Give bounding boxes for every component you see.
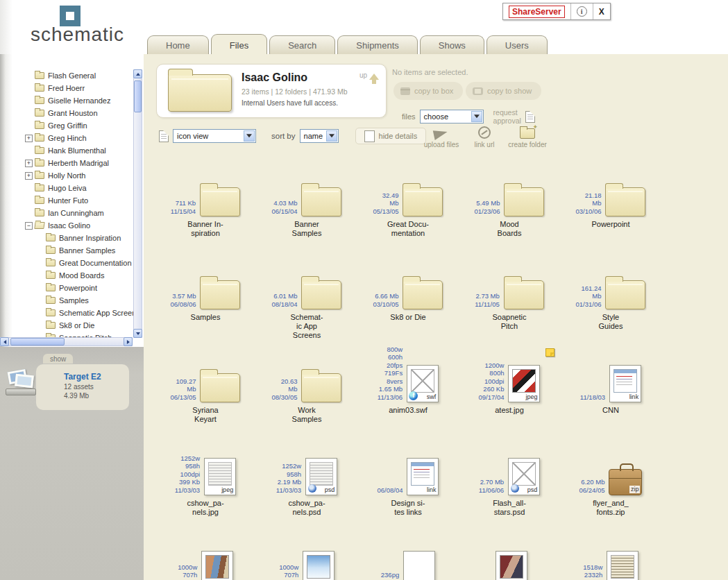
up-folder-button[interactable]: up <box>359 69 379 80</box>
file-cell[interactable]: 1518w 2332h 200dpi <box>560 544 661 580</box>
info-button[interactable]: i <box>571 3 593 19</box>
sidebar-item-samples[interactable]: Samples <box>0 294 134 307</box>
brand-label: ShareServer <box>509 6 565 18</box>
request-approval-button[interactable]: request approval <box>493 108 535 125</box>
file-cell[interactable]: 161.24 Mb 01/31/06Style Guides <box>560 265 661 358</box>
sidebar-item-holly-north[interactable]: +Holly North <box>0 169 134 182</box>
sidebar-item-powerpoint[interactable]: Powerpoint <box>0 282 134 294</box>
tab-files[interactable]: Files <box>211 34 267 54</box>
sidebar-item-sk8-or-die[interactable]: Sk8 or Die <box>0 319 134 332</box>
view-page-icon <box>159 130 169 142</box>
grid-row: 1000w 707h 100dpi1000w 707h 100dpi236pg … <box>155 544 663 580</box>
view-mode-select[interactable]: icon view <box>173 129 256 143</box>
scroll-down-arrow[interactable] <box>133 329 142 338</box>
file-cell[interactable]: 32.49 Mb 05/13/05Great Docu- mentation <box>357 172 459 265</box>
collapse-minus-icon[interactable]: − <box>25 222 33 230</box>
vertical-scroll-thumb[interactable] <box>134 80 142 112</box>
expand-plus-icon[interactable]: + <box>25 172 33 180</box>
file-name: cshow_pa- nels.psd <box>288 499 325 517</box>
sidebar-item-giselle-hernandez[interactable]: Giselle Hernandez <box>0 94 134 107</box>
tab-search[interactable]: Search <box>269 35 335 54</box>
link-url-button[interactable]: link url <box>463 123 506 148</box>
file-cell[interactable]: 6.20 Mb 06/24/05zipflyer_and_ fonts.zip <box>560 451 661 544</box>
file-cell[interactable]: 800w 600h 20fps 719Fs 8vers 1.65 Mb 11/1… <box>357 358 459 451</box>
file-cell[interactable]: 5.49 Mb 01/23/06Mood Boards <box>459 172 560 265</box>
file-thumbnail <box>411 369 434 393</box>
note-icon[interactable] <box>545 348 555 357</box>
file-cell[interactable]: 11/18/03linkCNN <box>560 358 661 451</box>
scroll-up-arrow[interactable] <box>133 69 142 78</box>
file-details: 21.18 Mb 03/10/06 <box>576 191 602 216</box>
sidebar-item-grant-houston[interactable]: Grant Houston <box>0 107 134 119</box>
folder-icon <box>46 272 56 279</box>
file-cell[interactable]: 711 Kb 11/15/04Banner In- spiration <box>155 172 256 265</box>
file-cell-main: 800w 600h 20fps 719Fs 8vers 1.65 Mb 11/1… <box>357 358 459 402</box>
file-cell[interactable]: 1252w 958h 2.19 Mb 11/03/03psdcshow_pa- … <box>256 451 357 544</box>
file-cell[interactable]: 109.27 Mb 06/13/05Syriana Keyart <box>155 358 256 451</box>
files-action-select[interactable]: choose <box>420 110 484 123</box>
horizontal-scroll-thumb[interactable] <box>10 338 65 346</box>
sidebar-item-greg-griffin[interactable]: Greg Griffin <box>0 119 134 132</box>
file-cell[interactable]: 236pg 13.46 <box>357 544 459 580</box>
grid-row: 1252w 958h 100dpi 399 Kb 11/03/03jpegcsh… <box>155 451 663 544</box>
file-cell[interactable]: 2.73 Mb 11/11/05Soapnetic Pitch <box>459 265 560 358</box>
file-cell[interactable]: 3.57 Mb 06/08/06Samples <box>155 265 256 358</box>
file-cell[interactable] <box>459 544 560 580</box>
tab-home[interactable]: Home <box>147 35 209 54</box>
tab-users[interactable]: Users <box>486 35 548 54</box>
scroll-right-arrow[interactable] <box>124 337 133 346</box>
sidebar-item-mood-boards[interactable]: Mood Boards <box>0 269 134 282</box>
tree-vertical-scrollbar[interactable] <box>133 69 142 338</box>
file-cell[interactable]: 6.66 Mb 03/10/05Sk8 or Die <box>357 265 459 358</box>
sidebar-item-hunter-futo[interactable]: Hunter Futo <box>0 194 134 207</box>
file-cell[interactable]: 21.18 Mb 03/10/06Powerpoint <box>560 172 661 265</box>
file-details: 236pg 13.46 <box>381 571 399 580</box>
sidebar-item-fred-hoerr[interactable]: Fred Hoerr <box>0 82 134 94</box>
sidebar-item-ian-cunningham[interactable]: Ian Cunningham <box>0 207 134 219</box>
file-cell[interactable]: 1200w 800h 100dpi 260 Kb 09/17/04jpegate… <box>459 358 560 451</box>
file-cell[interactable]: 1000w 707h 100dpi <box>256 544 357 580</box>
sidebar-item-label: Hank Blumenthal <box>48 146 106 155</box>
show-box[interactable]: Target E2 12 assets 4.39 Mb <box>36 364 129 410</box>
tree-horizontal-scrollbar[interactable] <box>0 337 133 346</box>
sidebar-item-hugo-leiva[interactable]: Hugo Leiva <box>0 182 134 194</box>
file-file-icon <box>496 551 527 580</box>
file-cell[interactable]: 06/08/04linkDesign si- tes links <box>357 451 459 544</box>
sidebar-item-hank-blumenthal[interactable]: Hank Blumenthal <box>0 144 134 157</box>
file-cell-main: 2.70 Mb 11/06/06psd <box>459 451 560 495</box>
copy-to-show-button[interactable]: copy to show <box>466 82 541 100</box>
expand-plus-icon[interactable]: + <box>25 135 33 142</box>
file-cell[interactable]: 4.03 Mb 06/15/04Banner Samples <box>256 172 357 265</box>
folder-icon <box>35 210 44 216</box>
sort-select[interactable]: name <box>300 129 339 143</box>
tab-shows[interactable]: Shows <box>420 35 484 54</box>
sidebar-item-great-documentation[interactable]: Great Documentation <box>0 257 134 269</box>
hide-details-button[interactable]: hide details <box>355 128 427 144</box>
file-cell-main: 11/18/03link <box>560 358 661 402</box>
file-cell[interactable]: 6.01 Mb 08/18/04Schemat- ic App Screens <box>256 265 357 358</box>
file-cell[interactable]: 2.70 Mb 11/06/06psdFlash_all- stars.psd <box>459 451 560 544</box>
sidebar-item-label: Samples <box>59 296 89 305</box>
sidebar-item-herberth-madrigal[interactable]: +Herberth Madrigal <box>0 157 134 169</box>
sidebar-item-schematic-app-screens[interactable]: Schematic App Screens <box>0 307 134 319</box>
chevron-down-icon <box>471 111 482 122</box>
expand-plus-icon[interactable]: + <box>25 160 33 167</box>
sidebar-item-isaac-golino[interactable]: −Isaac Golino <box>0 219 134 232</box>
close-button[interactable]: X <box>593 3 610 19</box>
copy-to-box-button[interactable]: copy to box <box>393 82 463 100</box>
tab-shipments[interactable]: Shipments <box>337 35 417 54</box>
sidebar-item-banner-samples[interactable]: Banner Samples <box>0 244 134 257</box>
file-name: Banner In- spiration <box>187 220 223 238</box>
sidebar-item-flash-general[interactable]: Flash General <box>0 69 134 82</box>
upload-plane-icon <box>434 128 449 139</box>
scroll-left-arrow[interactable] <box>0 337 9 346</box>
sidebar-item-banner-inspiration[interactable]: Banner Inspiration <box>0 232 134 244</box>
upload-files-button[interactable]: upload files <box>420 123 463 148</box>
folder-icon <box>35 135 44 142</box>
file-details: 109.27 Mb 06/13/05 <box>171 377 196 402</box>
file-cell[interactable]: 1252w 958h 100dpi 399 Kb 11/03/03jpegcsh… <box>155 451 256 544</box>
file-cell[interactable]: 20.63 Mb 08/30/05Work Samples <box>256 358 357 451</box>
file-cell[interactable]: 1000w 707h 100dpi <box>155 544 256 580</box>
sidebar-item-greg-hinch[interactable]: +Greg Hinch <box>0 132 134 144</box>
create-folder-button[interactable]: create folder <box>506 123 549 148</box>
